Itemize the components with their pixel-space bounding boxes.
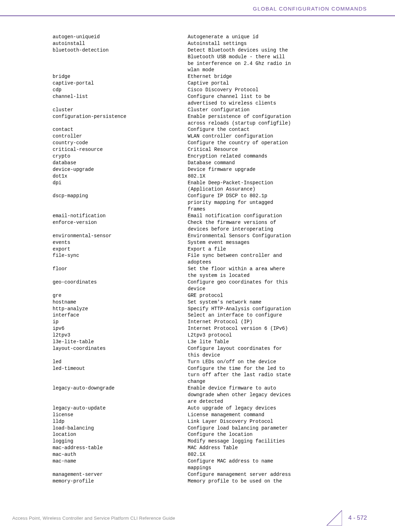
content-area: autogen-uniqueidAutogenerate a unique id… <box>0 16 395 485</box>
command-name: cdp <box>53 87 188 93</box>
command-name: l3e-lite-table <box>53 339 188 345</box>
command-row: memory-profileMemory profile to be used … <box>53 478 369 485</box>
command-name <box>53 398 188 405</box>
command-name: captive-portal <box>53 80 188 87</box>
command-description: Memory profile to be used on the <box>188 478 282 485</box>
command-description: across reloads (startup configfile) <box>188 120 291 127</box>
command-row: bluetooth-detectionDetect Bluetooth devi… <box>53 47 369 54</box>
command-description: Device firmware upgrade <box>188 166 255 173</box>
command-name: ipv6 <box>53 325 188 332</box>
command-description: Enable persistence of configuration <box>188 113 291 120</box>
command-row: mappings <box>53 465 369 471</box>
command-name <box>53 186 188 193</box>
command-row: across reloads (startup configfile) <box>53 120 369 127</box>
command-name: crypto <box>53 153 188 160</box>
command-row: l3e-lite-tableL3e lite Table <box>53 339 369 345</box>
command-row: autogen-uniqueidAutogenerate a unique id <box>53 34 369 40</box>
command-description: Configure MAC address to name <box>188 458 273 465</box>
command-row: device-upgradeDevice firmware upgrade <box>53 166 369 173</box>
command-description: License management command <box>188 412 264 418</box>
command-description: Configure IP DSCP to 802.1p <box>188 193 267 199</box>
command-row: dot1x802.1X <box>53 173 369 180</box>
command-name <box>53 352 188 359</box>
command-row: devices before interoperating <box>53 226 369 233</box>
command-name: file-sync <box>53 252 188 259</box>
command-row: advertised to wireless clients <box>53 100 369 107</box>
command-row: Bluetooth USB module - there will <box>53 54 369 60</box>
command-name <box>53 100 188 107</box>
command-description: Internet Protocol (IP) <box>188 319 253 325</box>
command-row: ipInternet Protocol (IP) <box>53 319 369 325</box>
command-name: bridge <box>53 73 188 80</box>
command-description: Configure geo coordinates for this <box>188 279 288 286</box>
page-header: GLOBAL CONFIGURATION COMMANDS <box>0 0 395 16</box>
command-description: Encryption related commands <box>188 153 267 160</box>
command-row: licenseLicense management command <box>53 412 369 418</box>
command-name: http-analyze <box>53 306 188 312</box>
command-description: Check the firmware versions of <box>188 219 276 226</box>
command-name <box>53 199 188 206</box>
command-row: ipv6Internet Protocol version 6 (IPv6) <box>53 325 369 332</box>
command-description: L2tpv3 protocol <box>188 332 232 339</box>
command-row: loggingModify message logging facilities <box>53 438 369 445</box>
page-number: 4 - 572 <box>348 514 367 521</box>
command-name: enforce-version <box>53 219 188 226</box>
command-row: load-balancingConfigure load balancing p… <box>53 425 369 432</box>
command-row: country-codeConfigure the country of ope… <box>53 140 369 146</box>
command-row: controllerWLAN controller configuration <box>53 133 369 140</box>
command-description: Enable device firmware to auto <box>188 385 276 392</box>
command-description: GRE protocol <box>188 292 223 299</box>
command-description: the system is located <box>188 272 249 279</box>
command-name: events <box>53 239 188 246</box>
command-description: Configure the time for the led to <box>188 365 285 372</box>
command-row: device <box>53 286 369 292</box>
command-row: legacy-auto-updateAuto upgrade of legacy… <box>53 405 369 412</box>
command-row: bridgeEthernet bridge <box>53 73 369 80</box>
command-description: Critical Resource <box>188 146 238 153</box>
command-row: priority mapping for untagged <box>53 199 369 206</box>
command-name: load-balancing <box>53 425 188 432</box>
command-description: Cluster configuration <box>188 107 249 113</box>
command-row: channel-listConfigure channel list to be <box>53 93 369 100</box>
command-description: Ethernet bridge <box>188 73 232 80</box>
command-name: led <box>53 359 188 365</box>
command-description: Configure layout coordinates for <box>188 345 282 352</box>
command-row: configuration-persistenceEnable persiste… <box>53 113 369 120</box>
command-row: enforce-versionCheck the firmware versio… <box>53 219 369 226</box>
command-row: contactConfigure the contact <box>53 126 369 133</box>
command-name <box>53 378 188 385</box>
command-description: this device <box>188 352 220 359</box>
command-name: layout-coordinates <box>53 345 188 352</box>
command-description: Configure the location <box>188 431 253 438</box>
command-row: cdpCisco Discovery Protocol <box>53 87 369 93</box>
command-row: layout-coordinatesConfigure layout coord… <box>53 345 369 352</box>
command-row: management-serverConfigure management se… <box>53 471 369 478</box>
command-name: legacy-auto-downgrade <box>53 385 188 392</box>
footer-text: Access Point, Wireless Controller and Se… <box>12 516 175 521</box>
command-name <box>53 286 188 292</box>
command-description: frames <box>188 206 205 213</box>
command-description: File sync between controller and <box>188 252 282 259</box>
command-name: gre <box>53 292 188 299</box>
command-row: wlan mode <box>53 67 369 73</box>
command-row: dscp-mappingConfigure IP DSCP to 802.1p <box>53 193 369 199</box>
command-row: databaseDatabase command <box>53 160 369 166</box>
command-row: dpiEnable Deep-Packet-Inspection <box>53 180 369 186</box>
command-name: mac-name <box>53 458 188 465</box>
page-corner-icon <box>327 510 342 526</box>
command-row: legacy-auto-downgradeEnable device firmw… <box>53 385 369 392</box>
command-description: Email notification configuration <box>188 213 282 219</box>
command-name: l2tpv3 <box>53 332 188 339</box>
command-name <box>53 372 188 378</box>
command-name <box>53 272 188 279</box>
command-description: Configure the contact <box>188 126 249 133</box>
command-name: mac-address-table <box>53 445 188 451</box>
command-row: file-syncFile sync between controller an… <box>53 252 369 259</box>
command-row: lldpLink Layer Discovery Protocol <box>53 418 369 425</box>
command-row: mac-address-tableMAC Address Table <box>53 445 369 451</box>
command-description: Auto upgrade of legacy devices <box>188 405 276 412</box>
command-description: System event messages <box>188 239 249 246</box>
command-name <box>53 60 188 67</box>
command-row: this device <box>53 352 369 359</box>
command-name <box>53 226 188 233</box>
